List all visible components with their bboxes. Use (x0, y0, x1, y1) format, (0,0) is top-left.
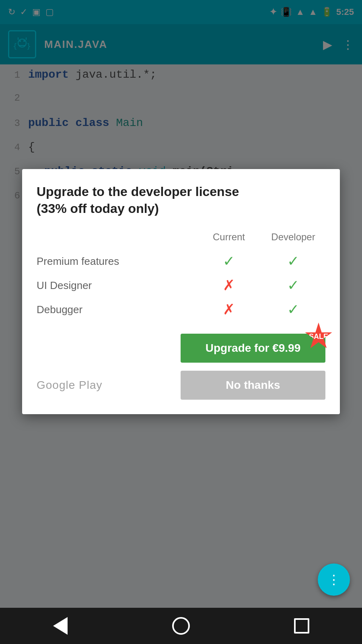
ui-designer-developer-check: ✓ (261, 277, 325, 294)
no-thanks-button[interactable]: No thanks (181, 371, 325, 400)
table-header: Current Developer (37, 231, 325, 243)
feature-premium: Premium features (37, 255, 197, 268)
floating-action-button[interactable]: ⋮ (318, 564, 350, 596)
premium-current-check: ✓ (197, 253, 261, 270)
column-header-current: Current (197, 231, 261, 243)
google-play-label: Google Play (37, 379, 103, 392)
upgrade-button[interactable]: Upgrade for €9.99 SALE (181, 334, 325, 363)
home-icon (172, 617, 190, 635)
recents-icon (294, 618, 309, 634)
home-button[interactable] (169, 614, 193, 638)
feature-ui-designer: UI Designer (37, 279, 197, 292)
column-header-developer: Developer (261, 231, 325, 243)
navigation-bar (0, 608, 362, 644)
debugger-current-check: ✗ (197, 301, 261, 318)
table-row: Premium features ✓ ✓ (37, 249, 325, 273)
dialog-title: Upgrade to the developer license(33% off… (37, 184, 325, 217)
ui-designer-current-check: ✗ (197, 277, 261, 294)
upgrade-dialog: Upgrade to the developer license(33% off… (22, 169, 340, 414)
debugger-developer-check: ✓ (261, 301, 325, 318)
feature-debugger: Debugger (37, 303, 197, 316)
dialog-footer: Google Play No thanks (37, 371, 325, 400)
table-row: UI Designer ✗ ✓ (37, 273, 325, 297)
back-button[interactable] (48, 614, 72, 638)
sale-badge: SALE (304, 322, 333, 351)
upgrade-button-label: Upgrade for €9.99 (206, 342, 301, 354)
back-icon (53, 617, 68, 635)
fab-icon: ⋮ (327, 572, 340, 587)
recents-button[interactable] (290, 614, 314, 638)
features-table: Current Developer Premium features ✓ ✓ U… (37, 231, 325, 322)
upgrade-section: Upgrade for €9.99 SALE (37, 334, 325, 363)
premium-developer-check: ✓ (261, 253, 325, 270)
table-row: Debugger ✗ ✓ (37, 297, 325, 322)
